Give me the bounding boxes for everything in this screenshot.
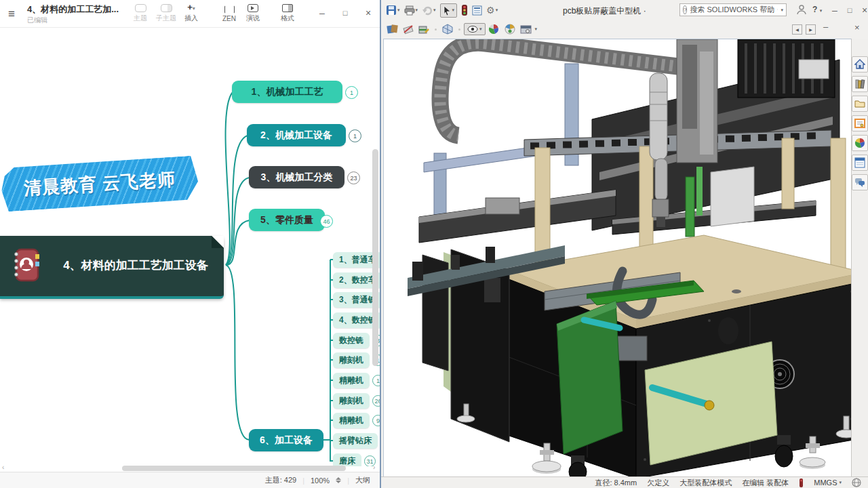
forum-button[interactable] [852,174,868,190]
mindmap-statusbar: 主题: 429 | 100% | 大纲 [0,472,380,488]
scroll-left-arrow[interactable]: ‹ [2,464,4,471]
subtopic-row[interactable]: 精雕机1 [333,373,380,388]
format-button[interactable]: 格式 [275,1,300,26]
zen-button[interactable]: ZEN [217,1,241,26]
gear-icon: ⚙ [486,5,495,16]
edit-appearance-icon[interactable] [488,24,499,35]
design-library-icon [854,79,865,89]
print-button[interactable]: ▾ [404,5,418,16]
measure-icon[interactable] [403,24,414,35]
file-properties-button[interactable] [472,5,482,16]
branch-topic[interactable]: 2、机械加工设备 [247,124,346,146]
mindmap-window: ≡ 4、材料的加工工艺加... 已编辑 主题 子主题 +▾ 插入 ZEN [0,0,380,488]
status-editing: 在编辑 装配体 [742,478,789,488]
document-title: 4、材料的加工工艺加... [27,3,119,16]
insert-plus-icon: +▾ [187,4,195,12]
branch-topic[interactable]: 5、零件质量 [249,209,325,231]
solidworks-titlebar: ▾ ▾ ▾ ▾ ⚙ ▾ pcb板贴屏 [381,0,868,20]
maximize-button[interactable]: □ [336,4,354,22]
undo-icon [422,5,433,16]
zoom-stepper-icon[interactable] [336,477,341,483]
previous-window-button[interactable]: ◀ [792,24,802,35]
design-library-button[interactable] [852,76,868,92]
view-palette-button[interactable] [852,115,868,131]
edited-status: 已编辑 [27,16,119,25]
subtopic-button[interactable]: 子主题 [152,1,180,26]
custom-properties-button[interactable] [852,155,868,171]
eye-icon [467,25,478,33]
horizontal-scrollbar[interactable] [122,466,346,471]
subtopic-row[interactable]: 摇臂钻床 [333,433,378,449]
globe-icon[interactable] [852,478,861,487]
subtopic-row[interactable]: 磨床31 [333,453,376,466]
forum-icon [854,177,865,188]
options-button[interactable]: ⚙ ▾ [486,5,498,16]
home-tab-button[interactable] [852,56,868,73]
present-button[interactable]: 演说 [241,1,265,26]
solidworks-statusbar: 直径: 8.4mm 欠定义 大型装配体模式 在编辑 装配体 MMGS ▾ [381,476,868,488]
folder-icon [854,98,865,109]
properties-icon [472,5,482,16]
search-placeholder: 搜索 SOLIDWORKS 帮助 [690,5,774,15]
branch-topic[interactable]: 3、机械加工分类 [249,166,344,188]
units-selector[interactable]: MMGS ▾ [814,479,842,487]
close-button[interactable]: × [856,1,868,19]
branch-count-badge[interactable]: 1 [345,86,358,99]
menu-icon[interactable]: ≡ [8,7,15,21]
format-icon [282,4,293,12]
graphics-area[interactable] [383,39,852,478]
search-icon [777,6,778,14]
close-button[interactable]: × [359,4,377,22]
view-settings-icon[interactable] [520,24,532,35]
central-topic[interactable]: 4、材料的加工工艺加工设备 [0,236,224,299]
doc-close-button[interactable]: × [854,22,860,33]
appearances-button[interactable] [852,135,868,151]
branch-count-badge[interactable]: 23 [347,171,360,184]
branch-topic[interactable]: 1、机械加工工艺 [232,81,342,103]
doc-minimize-button[interactable]: – [823,22,828,32]
traffic-light-icon [461,5,468,16]
help-button[interactable]: ? ▾ [812,5,822,14]
hide-show-items-button[interactable]: ▾ [464,23,486,35]
select-tool-button[interactable]: ▾ [440,3,458,18]
subtopic-icon [161,4,172,12]
section-view-icon[interactable] [418,24,429,35]
topic-icon [135,4,146,12]
author-banner[interactable]: 清晨教育 云飞老师 [0,155,199,212]
outline-toggle[interactable]: 大纲 [355,475,370,485]
zoom-level: 100% [311,476,330,485]
home-icon [854,59,865,70]
mindmap-titlebar: ≡ 4、材料的加工工艺加... 已编辑 主题 子主题 +▾ 插入 ZEN [0,0,380,28]
insert-button[interactable]: +▾ 插入 [178,1,205,26]
display-style-icon[interactable] [442,24,453,35]
branch-topic[interactable]: 6、加工设备 [249,429,323,451]
status-diameter: 直径: 8.4mm [595,478,637,488]
view-palette-icon [854,118,865,129]
document-title: pcb板贴屏蔽盖中型机 · [563,5,646,17]
next-window-button[interactable]: ▶ [806,24,816,35]
mindmap-canvas[interactable]: 清晨教育 云飞老师 [0,28,380,466]
undo-button[interactable]: ▾ [422,5,436,16]
branch-count-badge[interactable]: 1 [349,129,361,142]
zen-icon [224,5,235,14]
view-toolbar: ▾ ▾ ◀ ▶ – × [381,20,868,38]
minimize-button[interactable]: – [313,4,331,22]
scroll-right-arrow[interactable]: › [373,464,375,471]
solidworks-3d-model[interactable] [384,39,852,477]
subtopic-badge: 26 [372,395,380,407]
status-flag-icon [799,479,804,487]
appearances-icon [854,138,865,148]
help-search-box[interactable]: ? 搜索 SOLIDWORKS 帮助 ▾ [679,3,787,16]
file-explorer-button[interactable] [852,96,868,112]
view-orientation-icon[interactable] [387,24,399,35]
save-button[interactable]: ▾ [386,5,400,16]
central-topic-label: 4、材料的加工工艺加工设备 [53,241,218,290]
subtopic-row[interactable]: 精雕机9 [333,413,380,428]
rebuild-button[interactable] [461,5,468,16]
branch-count-badge[interactable]: 46 [320,215,333,228]
subtopic-row[interactable]: 雕刻机26 [333,393,380,409]
vertical-scrollbar[interactable] [372,149,378,366]
login-user-icon[interactable] [796,4,807,15]
topic-button[interactable]: 主题 [129,1,152,26]
apply-scene-icon[interactable] [505,24,515,35]
